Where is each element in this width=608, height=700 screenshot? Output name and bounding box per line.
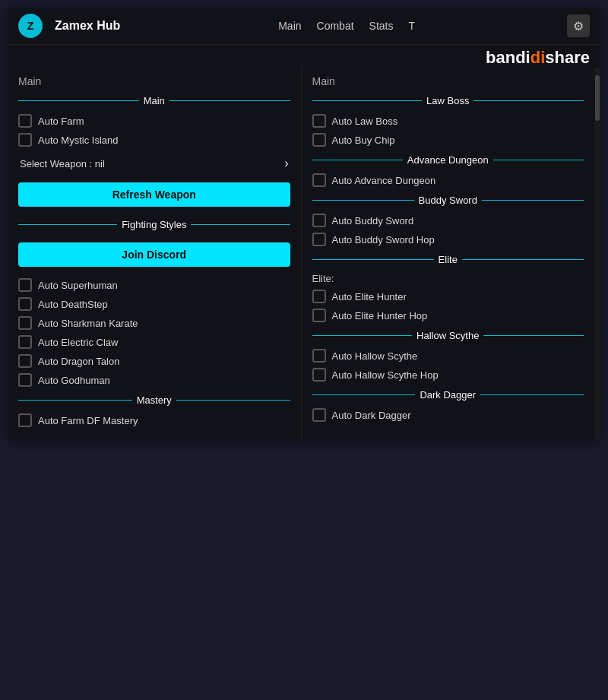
auto-deathstep-checkbox[interactable]	[18, 297, 32, 311]
auto-electric-claw-label: Auto Electric Claw	[38, 337, 118, 348]
auto-hallow-scythe-label: Auto Hallow Scythe	[332, 350, 418, 362]
app-title: Zamex Hub	[55, 19, 120, 33]
auto-farm-checkbox[interactable]	[18, 114, 32, 128]
fighting-styles-divider: Fighting Styles	[18, 219, 290, 230]
auto-farm-item: Auto Farm	[18, 114, 290, 128]
buddy-sword-section-label: Buddy Sword	[419, 195, 477, 206]
auto-mystic-island-label: Auto Mystic Island	[38, 135, 119, 146]
auto-dark-dagger-label: Auto Dark Dagger	[332, 410, 411, 421]
auto-dragon-talon-label: Auto Dragon Talon	[38, 356, 119, 367]
nav-t[interactable]: T	[408, 20, 415, 32]
auto-elite-hunter-hop-label: Auto Elite Hunter Hop	[332, 310, 428, 321]
auto-sharkman-label: Auto Sharkman Karate	[38, 318, 138, 329]
auto-hallow-scythe-checkbox[interactable]	[312, 349, 326, 363]
auto-advance-dungeon-checkbox[interactable]	[312, 173, 326, 187]
auto-hallow-scythe-hop-checkbox[interactable]	[312, 368, 326, 382]
dark-dagger-section-label: Dark Dagger	[420, 389, 476, 401]
auto-buddy-sword-hop-item: Auto Buddy Sword Hop	[312, 233, 584, 246]
auto-farm-df-mastery-item: Auto Farm DF Mastery	[18, 413, 290, 427]
auto-superhuman-checkbox[interactable]	[18, 278, 32, 292]
logo-icon: Z	[18, 14, 43, 38]
dark-dagger-divider: Dark Dagger	[312, 389, 584, 401]
divider-line	[312, 259, 434, 260]
auto-hallow-scythe-item: Auto Hallow Scythe	[312, 349, 584, 363]
auto-buy-chip-item: Auto Buy Chip	[312, 133, 584, 147]
gear-button[interactable]: ⚙	[567, 14, 590, 37]
scrollbar-track	[594, 68, 600, 440]
auto-farm-df-mastery-label: Auto Farm DF Mastery	[38, 415, 138, 426]
join-discord-button[interactable]: Join Discord	[18, 242, 290, 267]
divider-line	[191, 224, 290, 225]
law-boss-section-label: Law Boss	[426, 95, 469, 106]
auto-law-boss-item: Auto Law Boss	[312, 114, 584, 128]
divider-line	[312, 160, 403, 160]
divider-line	[480, 394, 584, 395]
auto-buddy-sword-label: Auto Buddy Sword	[332, 215, 414, 226]
auto-dark-dagger-checkbox[interactable]	[312, 408, 326, 422]
divider-line	[312, 100, 423, 101]
divider-line	[462, 259, 584, 260]
auto-electric-claw-item: Auto Electric Claw	[18, 335, 290, 349]
auto-elite-hunter-label: Auto Elite Hunter	[332, 291, 407, 302]
divider-line	[176, 400, 290, 401]
divider-line	[473, 100, 584, 101]
auto-mystic-island-checkbox[interactable]	[18, 133, 32, 147]
auto-sharkman-item: Auto Sharkman Karate	[18, 316, 290, 330]
auto-godhuman-checkbox[interactable]	[18, 373, 32, 387]
gear-icon: ⚙	[573, 19, 584, 33]
auto-law-boss-checkbox[interactable]	[312, 114, 326, 128]
fighting-styles-label: Fighting Styles	[122, 219, 186, 230]
auto-sharkman-checkbox[interactable]	[18, 316, 32, 330]
header: Z Zamex Hub Main Combat Stats T ⚙	[8, 8, 600, 45]
auto-godhuman-item: Auto Godhuman	[18, 373, 290, 387]
divider-line	[312, 200, 414, 201]
left-panel-header: Main	[18, 75, 290, 87]
advance-dungeon-section-label: Advance Dungeon	[407, 154, 489, 166]
refresh-weapon-button[interactable]: Refresh Weapon	[18, 182, 290, 207]
watermark-bandi: bandi	[486, 48, 530, 67]
auto-hallow-scythe-hop-item: Auto Hallow Scythe Hop	[312, 368, 584, 382]
watermark-share: share	[545, 48, 590, 67]
nav-stats[interactable]: Stats	[369, 20, 394, 32]
auto-farm-df-mastery-checkbox[interactable]	[18, 413, 32, 427]
auto-deathstep-item: Auto DeathStep	[18, 297, 290, 311]
advance-dungeon-divider: Advance Dungeon	[312, 154, 584, 166]
auto-buy-chip-checkbox[interactable]	[312, 133, 326, 147]
divider-line	[483, 335, 584, 336]
chevron-right-icon[interactable]: ›	[284, 157, 288, 170]
auto-superhuman-label: Auto Superhuman	[38, 280, 118, 291]
nav-main[interactable]: Main	[278, 20, 301, 32]
watermark-di: di	[530, 48, 546, 67]
elite-divider: Elite	[312, 254, 584, 265]
right-panel-header: Main	[312, 75, 584, 87]
buddy-sword-divider: Buddy Sword	[312, 195, 584, 206]
auto-law-boss-label: Auto Law Boss	[332, 116, 398, 127]
divider-line	[493, 160, 584, 160]
auto-hallow-scythe-hop-label: Auto Hallow Scythe Hop	[332, 369, 439, 381]
left-panel: Main Main Auto Farm Auto Mystic Island S…	[8, 68, 302, 440]
auto-buddy-sword-checkbox[interactable]	[312, 214, 326, 227]
auto-dark-dagger-item: Auto Dark Dagger	[312, 408, 584, 422]
divider-line	[312, 394, 416, 395]
auto-elite-hunter-hop-item: Auto Elite Hunter Hop	[312, 309, 584, 322]
divider-line	[312, 335, 413, 336]
divider-line	[18, 224, 117, 225]
scrollbar-thumb[interactable]	[595, 75, 600, 121]
auto-dragon-talon-checkbox[interactable]	[18, 354, 32, 368]
auto-buddy-sword-hop-checkbox[interactable]	[312, 233, 326, 246]
nav-combat[interactable]: Combat	[317, 20, 354, 32]
weapon-selector[interactable]: Select Weapon : nil ›	[18, 152, 290, 175]
divider-line	[482, 200, 584, 201]
weapon-selector-label: Select Weapon : nil	[20, 158, 105, 169]
watermark: bandidishare	[8, 45, 600, 68]
auto-buddy-sword-item: Auto Buddy Sword	[312, 214, 584, 227]
hallow-scythe-divider: Hallow Scythe	[312, 330, 584, 341]
mastery-label: Mastery	[137, 394, 172, 406]
auto-elite-hunter-checkbox[interactable]	[312, 290, 326, 303]
law-boss-divider: Law Boss	[312, 95, 584, 106]
auto-electric-claw-checkbox[interactable]	[18, 335, 32, 349]
right-panel: Main Law Boss Auto Law Boss Auto Buy Chi…	[302, 68, 595, 440]
auto-buddy-sword-hop-label: Auto Buddy Sword Hop	[332, 234, 435, 245]
auto-elite-hunter-hop-checkbox[interactable]	[312, 309, 326, 322]
auto-farm-label: Auto Farm	[38, 116, 84, 127]
